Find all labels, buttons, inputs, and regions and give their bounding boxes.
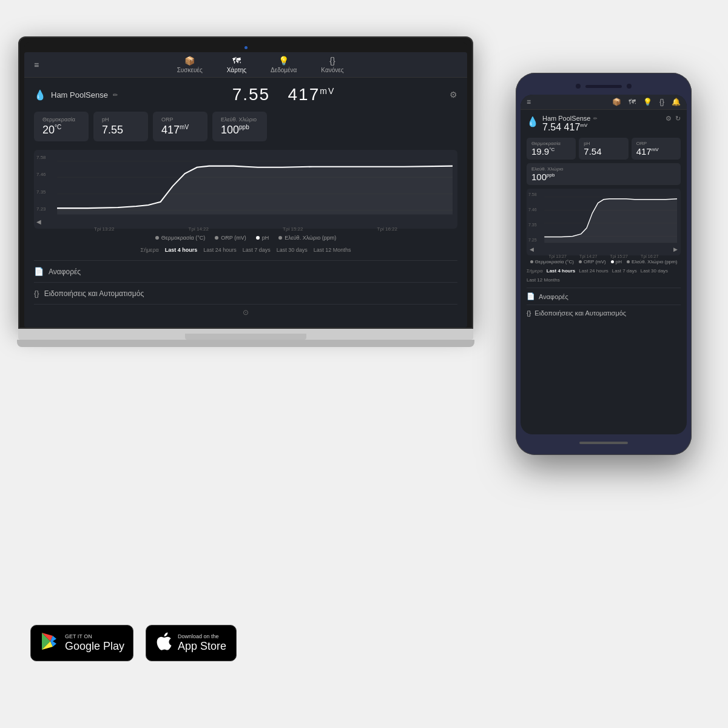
phone-home-indicator[interactable] [579,442,628,444]
device-readings: 7.55 417mV [232,85,335,104]
phone-section-reports[interactable]: 📄 Αναφορές [527,288,681,305]
phone-filter-30d[interactable]: Last 30 days [641,268,668,274]
filter-24h[interactable]: Last 24 hours [203,247,237,253]
gear-icon[interactable]: ⚙ [450,90,457,99]
reports-icon: 📄 [34,267,44,276]
phone-screen: ≡ 📦 🗺 💡 {} 🔔 💧 [521,95,687,434]
nav-label-rules: Κανόνες [321,67,343,73]
phone-legend-chlorine: Ελεύθ. Χλώριο (ppm) [627,259,678,265]
phone-legend: Θερμοκρασία (°C) ORP (mV) pH Ελεύθ. [527,259,681,265]
phone-chart-svg [530,192,677,252]
phone-nav-bell[interactable]: 🔔 [672,98,681,106]
metric-chlorine: Ελεύθ. Χλώριο 100ppb [212,112,267,141]
phone-gear-icon[interactable]: ⚙ [666,115,672,123]
laptop-device: ≡ 📦 Συσκευές 🗺 Χάρτης 💡 Δεδομένα [18,36,473,347]
metric-orp: ORP 417mV [153,112,207,141]
hamburger-icon[interactable]: ≡ [34,60,39,70]
nav-item-map[interactable]: 🗺 Χάρτης [227,56,246,73]
phone-header-icons: ⚙ ↻ [666,115,681,123]
py-1: 7.58 [528,192,537,197]
phone-hamburger[interactable]: ≡ [527,98,531,106]
desktop-chart: 7.58 7.46 7.35 7.23 [34,150,457,229]
device-header: 💧 Ham PoolSense ✏ 7.55 417mV ⚙ [34,85,457,104]
filter-4h[interactable]: Last 4 hours [165,247,198,253]
device-orp-unit: mV [320,86,335,96]
phone-app: ≡ 📦 🗺 💡 {} 🔔 💧 [521,95,687,326]
metrics-row: Θερμοκρασία 20°C pH 7.55 ORP [34,112,457,141]
py-2: 7.46 [528,207,537,212]
phone-today-label: Σήμερα [527,268,543,274]
phone-nav-devices[interactable]: 📦 [612,98,621,106]
phone-section-automation[interactable]: {} Ειδοποιήσεις και Αυτοματισμός [527,305,681,321]
app-store-top-text: Download on the [178,633,226,640]
phone-camera [576,84,581,89]
chart-svg [39,155,453,224]
drop-icon: 💧 [34,89,46,101]
phone-camera-2 [627,84,632,89]
phone-filter-24h[interactable]: Last 24 hours [579,268,608,274]
phone-reports-label: Αναφορές [539,293,568,300]
phone-automation-icon: {} [527,309,531,317]
legend-chlorine: Ελεύθ. Χλώριο (ppm) [278,235,336,241]
google-play-badge[interactable]: GET IT ON Google Play [30,625,133,661]
phone-metrics: Θερμοκρασία 19.9°C pH 7.54 ORP [527,138,681,160]
chlorine-label: Ελεύθ. Χλώριο [221,116,258,123]
nav-items: 📦 Συσκευές 🗺 Χάρτης 💡 Δεδομένα {} [63,56,457,73]
phone-chlorine-card: Ελεύθ. Χλώριο 100ppb [527,163,681,185]
phone-chart-y-labels: 7.58 7.46 7.35 7.25 [528,192,537,242]
phone-nav-light[interactable]: 💡 [643,98,652,106]
data-icon: 💡 [278,56,289,66]
phone-nav-icons: 📦 🗺 💡 {} 🔔 [612,98,681,106]
phone-filter-4h[interactable]: Last 4 hours [547,268,576,274]
phone-chart-nav-left[interactable]: ◀ [530,246,534,252]
phone-filter-12m[interactable]: Last 12 Months [527,277,560,283]
px-2: Τρί 14:27 [579,254,597,258]
google-play-top-text: GET IT ON [65,633,124,640]
px-1: Τρί 13:27 [549,254,567,258]
orp-label: ORP [161,116,199,123]
filter-30d[interactable]: Last 30 days [277,247,308,253]
phone-legend-orp: ORP (mV) [579,259,606,265]
phone-nav-map[interactable]: 🗺 [629,98,636,106]
settings-icon[interactable]: ⊙ [243,308,249,317]
laptop-screen: ≡ 📦 Συσκευές 🗺 Χάρτης 💡 Δεδομένα [24,52,467,328]
phone-filter-7d[interactable]: Last 7 days [612,268,637,274]
rules-icon: {} [329,56,335,66]
devices-icon: 📦 [184,56,195,66]
nav-item-rules[interactable]: {} Κανόνες [321,56,343,73]
phone-edit-icon[interactable]: ✏ [593,116,598,121]
y-label-2: 7.46 [36,172,46,177]
phone-drop-icon: 💧 [527,116,539,127]
edit-icon[interactable]: ✏ [113,92,118,98]
phone-device-vals: 7.54 417mV [542,122,662,133]
reports-label: Αναφορές [49,268,81,276]
py-3: 7.35 [528,223,537,227]
app-store-badge[interactable]: Download on the App Store [146,625,237,661]
phone-refresh-icon[interactable]: ↻ [675,115,681,123]
phone-chart-nav-right[interactable]: ▶ [673,246,678,252]
google-play-main-text: Google Play [65,640,124,653]
section-automation[interactable]: {} Ειδοποιήσεις και Αυτοματισμός [34,282,457,304]
ph-label: pH [102,116,140,123]
x-label-1: Τρί 13:22 [94,226,114,232]
apple-icon [155,631,172,656]
phone-metric-temperature: Θερμοκρασία 19.9°C [527,138,576,160]
nav-item-data[interactable]: 💡 Δεδομένα [271,56,297,73]
filter-12m[interactable]: Last 12 Months [314,247,351,253]
phone-metric-ph: pH 7.54 [579,138,628,160]
phone-chart: 7.58 7.46 7.35 7.25 [527,189,681,255]
nav-label-data: Δεδομένα [271,67,297,73]
nav-label-devices: Συσκευές [177,67,203,73]
nav-item-devices[interactable]: 📦 Συσκευές [177,56,203,73]
chart-nav-left[interactable]: ◀ [36,218,41,225]
filter-7d[interactable]: Last 7 days [243,247,271,253]
phone-device-info: Ham PoolSense ✏ 7.54 417mV [542,115,662,133]
phone-nav-rules[interactable]: {} [659,98,664,106]
google-play-icon [39,632,59,655]
section-reports[interactable]: 📄 Αναφορές [34,260,457,282]
phone-legend-ph: pH [611,259,622,265]
phone-nav: ≡ 📦 🗺 💡 {} 🔔 [521,95,687,110]
orp-value: 417mV [161,124,199,136]
x-label-3: Τρί 15:22 [283,226,303,232]
x-label-4: Τρί 16:22 [377,226,397,232]
